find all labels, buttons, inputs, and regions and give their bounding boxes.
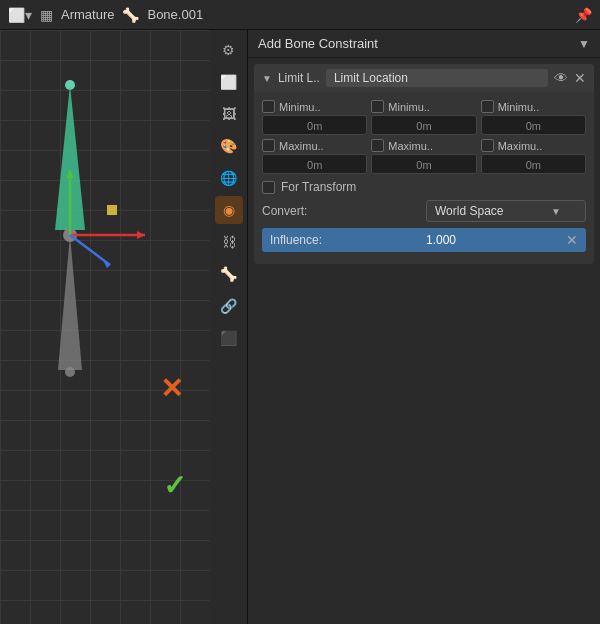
sidebar-item-bone[interactable]: 🦴	[215, 260, 243, 288]
convert-dropdown[interactable]: World Space ▼	[426, 200, 586, 222]
svg-text:✕: ✕	[160, 373, 183, 404]
min-x-checkbox[interactable]	[262, 100, 275, 113]
sidebar-item-material[interactable]: 🎨	[215, 132, 243, 160]
viewport-svg: ✕ ✓	[0, 30, 210, 624]
influence-label: Influence:	[270, 233, 322, 247]
constraint-close-button[interactable]: ✕	[574, 70, 586, 86]
minimum-row: Minimu.. 0m Minimu.. 0m Minimu..	[262, 100, 586, 135]
svg-text:✓: ✓	[163, 470, 186, 501]
constraint-body: Minimu.. 0m Minimu.. 0m Minimu..	[254, 92, 594, 264]
add-constraint-header[interactable]: Add Bone Constraint ▼	[248, 30, 600, 58]
right-panel: Add Bone Constraint ▼ ▼ Limit L.. Limit …	[248, 30, 600, 624]
svg-rect-11	[107, 205, 117, 215]
constraint-block: ▼ Limit L.. Limit Location 👁 ✕ Minimu.. …	[254, 64, 594, 264]
influence-value: 1.000	[426, 233, 456, 247]
constraint-eye-icon[interactable]: 👁	[554, 70, 568, 86]
header-bar: ⬜▾ ▦ Armature 🦴 Bone.001 📌	[0, 0, 600, 30]
max-z-cell: Maximu.. 0m	[481, 139, 586, 174]
constraint-full-name: Limit Location	[326, 69, 548, 87]
min-y-value[interactable]: 0m	[371, 115, 476, 135]
max-x-cell: Maximu.. 0m	[262, 139, 367, 174]
svg-marker-6	[137, 231, 145, 239]
sidebar-item-tools[interactable]: ⚙	[215, 36, 243, 64]
sidebar-item-image[interactable]: 🖼	[215, 100, 243, 128]
bone-name: Bone.001	[147, 7, 203, 22]
influence-close-button[interactable]: ✕	[566, 232, 578, 248]
max-y-value[interactable]: 0m	[371, 154, 476, 174]
max-y-label: Maximu..	[388, 140, 433, 152]
convert-label: Convert:	[262, 204, 307, 218]
constraint-expand-arrow[interactable]: ▼	[262, 73, 272, 84]
min-y-label: Minimu..	[388, 101, 430, 113]
svg-marker-3	[58, 235, 82, 370]
object-type-icon: ▦	[40, 7, 53, 23]
maximum-row: Maximu.. 0m Maximu.. 0m Maximu..	[262, 139, 586, 174]
max-x-label: Maximu..	[279, 140, 324, 152]
influence-row[interactable]: Influence: 1.000 ✕	[262, 228, 586, 252]
min-x-value[interactable]: 0m	[262, 115, 367, 135]
min-x-cell: Minimu.. 0m	[262, 100, 367, 135]
for-transform-row: For Transform	[262, 180, 586, 194]
for-transform-label: For Transform	[281, 180, 356, 194]
bone-icon: 🦴	[122, 7, 139, 23]
for-transform-checkbox[interactable]	[262, 181, 275, 194]
svg-line-9	[70, 235, 110, 265]
max-z-value[interactable]: 0m	[481, 154, 586, 174]
viewport: ✕ ✓	[0, 30, 210, 624]
max-x-checkbox[interactable]	[262, 139, 275, 152]
min-y-checkbox[interactable]	[371, 100, 384, 113]
sidebar-item-view[interactable]: ⬜	[215, 68, 243, 96]
add-constraint-arrow: ▼	[578, 37, 590, 51]
sidebar-item-extra[interactable]: ⬛	[215, 324, 243, 352]
sidebar-item-world[interactable]: 🌐	[215, 164, 243, 192]
left-sidebar: ⚙ ⬜ 🖼 🎨 🌐 ◉ ⛓ 🦴 🔗 ⬛	[210, 30, 248, 624]
convert-dropdown-arrow: ▼	[551, 206, 561, 217]
min-z-checkbox[interactable]	[481, 100, 494, 113]
max-y-checkbox[interactable]	[371, 139, 384, 152]
min-z-cell: Minimu.. 0m	[481, 100, 586, 135]
sidebar-item-bone-constraint[interactable]: 🔗	[215, 292, 243, 320]
min-z-value[interactable]: 0m	[481, 115, 586, 135]
object-name: Armature	[61, 7, 114, 22]
min-x-label: Minimu..	[279, 101, 321, 113]
max-z-label: Maximu..	[498, 140, 543, 152]
add-constraint-label: Add Bone Constraint	[258, 36, 378, 51]
max-x-value[interactable]: 0m	[262, 154, 367, 174]
pin-icon[interactable]: 📌	[575, 7, 592, 23]
min-y-cell: Minimu.. 0m	[371, 100, 476, 135]
view-mode-icon[interactable]: ⬜▾	[8, 7, 32, 23]
min-z-label: Minimu..	[498, 101, 540, 113]
svg-point-4	[65, 367, 75, 377]
sidebar-item-object-data[interactable]: ◉	[215, 196, 243, 224]
sidebar-item-constraints[interactable]: ⛓	[215, 228, 243, 256]
convert-value: World Space	[435, 204, 503, 218]
max-z-checkbox[interactable]	[481, 139, 494, 152]
constraint-title-row: ▼ Limit L.. Limit Location 👁 ✕	[254, 64, 594, 92]
convert-row: Convert: World Space ▼	[262, 200, 586, 222]
constraint-short-name: Limit L..	[278, 71, 320, 85]
max-y-cell: Maximu.. 0m	[371, 139, 476, 174]
